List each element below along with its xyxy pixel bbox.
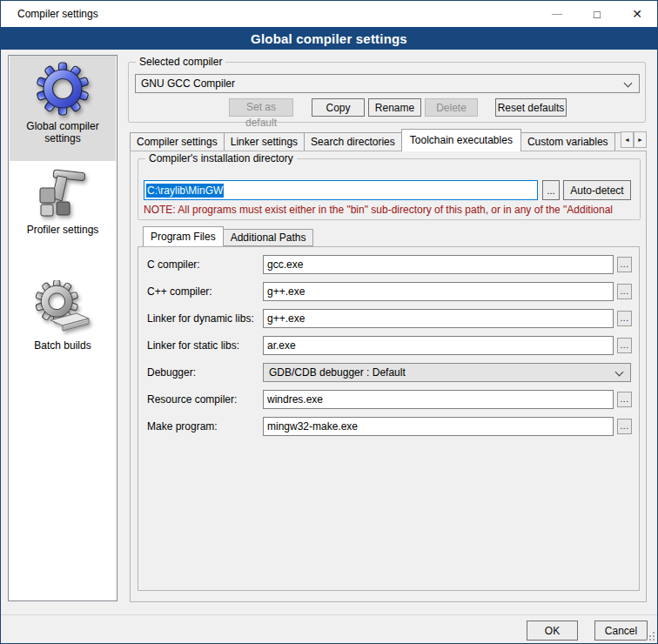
debugger-select[interactable]: GDB/CDB debugger : Default bbox=[263, 363, 631, 382]
resource-compiler-label: Resource compiler: bbox=[147, 393, 237, 406]
browse-c-compiler-button[interactable]: ... bbox=[617, 257, 632, 272]
dynamic-linker-input[interactable] bbox=[263, 309, 614, 328]
cpp-compiler-row: C++ compiler: ... bbox=[138, 282, 639, 302]
tab-program-files[interactable]: Program Files bbox=[143, 226, 224, 246]
titlebar: Compiler settings — □ ✕ bbox=[1, 1, 657, 27]
program-files-panel: C compiler: ... C++ compiler: ... Linker… bbox=[138, 246, 640, 591]
resource-compiler-row: Resource compiler: ... bbox=[138, 390, 639, 410]
selected-compiler-group-label: Selected compiler bbox=[136, 56, 225, 68]
reset-defaults-button[interactable]: Reset defaults bbox=[495, 98, 567, 117]
browse-static-linker-button[interactable]: ... bbox=[617, 338, 632, 353]
c-compiler-label: C compiler: bbox=[147, 258, 200, 271]
tab-scroll-right-button[interactable]: ► bbox=[634, 131, 647, 148]
debugger-row: Debugger: GDB/CDB debugger : Default bbox=[138, 363, 639, 383]
toolchain-executables-panel: Compiler's installation directory C:\ray… bbox=[130, 151, 647, 602]
install-dir-note: NOTE: All programs must exist either in … bbox=[144, 204, 632, 216]
compiler-settings-dialog: Compiler settings — □ ✕ Global compiler … bbox=[0, 0, 658, 644]
dynamic-linker-label: Linker for dynamic libs: bbox=[147, 312, 254, 325]
make-program-input[interactable] bbox=[263, 417, 614, 436]
debugger-select-value: GDB/CDB debugger : Default bbox=[269, 366, 406, 379]
browse-resource-compiler-button[interactable]: ... bbox=[617, 392, 632, 407]
tab-scroll-left-button[interactable]: ◄ bbox=[621, 131, 634, 148]
sidebar-item-label: Global compiler settings bbox=[10, 120, 116, 144]
maximize-button[interactable]: □ bbox=[577, 1, 617, 27]
settings-tabbar: Compiler settings Linker settings Search… bbox=[130, 129, 621, 151]
make-program-label: Make program: bbox=[147, 420, 218, 433]
cpp-compiler-input[interactable] bbox=[263, 282, 614, 301]
gray-gear-stack-icon bbox=[35, 280, 91, 336]
resize-grip[interactable] bbox=[646, 632, 655, 641]
debugger-label: Debugger: bbox=[147, 366, 196, 379]
caption-buttons: — □ ✕ bbox=[537, 1, 657, 27]
settings-category-list: Global compiler settings Profiler settin… bbox=[8, 55, 118, 601]
sidebar-item-label: Profiler settings bbox=[27, 224, 99, 236]
c-compiler-input[interactable] bbox=[263, 255, 614, 274]
arrow-right-icon: ► bbox=[637, 137, 643, 143]
arrow-left-icon: ◄ bbox=[624, 137, 630, 143]
dynamic-linker-row: Linker for dynamic libs: ... bbox=[138, 309, 639, 329]
sidebar-item-label: Batch builds bbox=[34, 339, 91, 352]
tab-compiler-settings[interactable]: Compiler settings bbox=[130, 132, 225, 151]
auto-detect-button[interactable]: Auto-detect bbox=[563, 180, 631, 200]
cancel-button[interactable]: Cancel bbox=[594, 621, 648, 641]
dialog-header: Global compiler settings bbox=[1, 27, 657, 50]
cpp-compiler-label: C++ compiler: bbox=[147, 285, 212, 298]
resource-compiler-input[interactable] bbox=[263, 390, 614, 409]
install-dir-selected-text: C:\raylib\MinGW bbox=[146, 184, 224, 198]
dialog-header-title: Global compiler settings bbox=[251, 31, 407, 46]
copy-button[interactable]: Copy bbox=[312, 98, 365, 117]
rename-button[interactable]: Rename bbox=[368, 98, 421, 117]
static-linker-label: Linker for static libs: bbox=[147, 339, 239, 352]
chevron-down-icon bbox=[624, 79, 633, 88]
tab-additional-paths[interactable]: Additional Paths bbox=[223, 229, 314, 246]
installation-directory-group-label: Compiler's installation directory bbox=[145, 152, 297, 164]
browse-install-dir-button[interactable]: ... bbox=[542, 180, 560, 200]
chevron-down-icon bbox=[615, 368, 624, 377]
sidebar-item-global-compiler-settings[interactable]: Global compiler settings bbox=[10, 56, 116, 161]
compiler-select-value: GNU GCC Compiler bbox=[141, 77, 235, 90]
tab-linker-settings[interactable]: Linker settings bbox=[224, 132, 305, 151]
c-compiler-row: C compiler: ... bbox=[138, 255, 639, 275]
make-program-row: Make program: ... bbox=[138, 417, 639, 437]
minimize-icon: — bbox=[552, 8, 562, 20]
minimize-button[interactable]: — bbox=[537, 1, 577, 27]
tab-search-directories[interactable]: Search directories bbox=[304, 132, 402, 151]
sidebar-item-batch-builds[interactable]: Batch builds bbox=[10, 280, 116, 364]
set-as-default-button[interactable]: Set as default bbox=[229, 98, 293, 117]
browse-make-program-button[interactable]: ... bbox=[617, 419, 632, 434]
tab-toolchain-executables[interactable]: Toolchain executables bbox=[401, 129, 521, 151]
close-icon: ✕ bbox=[632, 7, 642, 21]
install-dir-input[interactable]: C:\raylib\MinGW bbox=[144, 180, 538, 200]
ok-button[interactable]: OK bbox=[527, 621, 578, 641]
sidebar-item-profiler-settings[interactable]: Profiler settings bbox=[10, 164, 116, 253]
tab-build-options[interactable]: Build options bbox=[614, 132, 621, 151]
caliper-tool-icon bbox=[35, 164, 91, 220]
window-title: Compiler settings bbox=[17, 8, 98, 20]
static-linker-input[interactable] bbox=[263, 336, 614, 355]
blue-gear-icon bbox=[35, 61, 91, 117]
browse-cpp-compiler-button[interactable]: ... bbox=[617, 284, 632, 299]
close-button[interactable]: ✕ bbox=[617, 1, 657, 27]
static-linker-row: Linker for static libs: ... bbox=[138, 336, 639, 356]
dialog-footer: OK Cancel bbox=[1, 614, 657, 643]
delete-button[interactable]: Delete bbox=[425, 98, 478, 117]
compiler-select[interactable]: GNU GCC Compiler bbox=[135, 74, 640, 93]
browse-dynamic-linker-button[interactable]: ... bbox=[617, 311, 632, 326]
program-files-tabbar: Program Files Additional Paths bbox=[143, 226, 312, 246]
maximize-icon: □ bbox=[594, 8, 601, 21]
tab-custom-variables[interactable]: Custom variables bbox=[520, 132, 615, 151]
